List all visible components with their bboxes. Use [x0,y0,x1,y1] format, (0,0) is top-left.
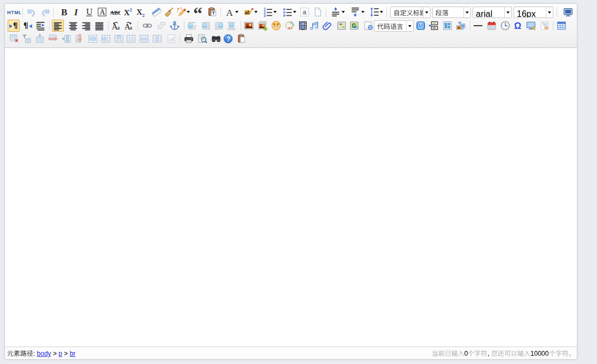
svg-text:a: a [117,24,120,31]
svg-text:B: B [61,7,67,17]
svg-text:a: a [130,24,133,31]
svg-text:Ω: Ω [514,21,521,31]
svg-text:U: U [86,7,93,16]
svg-text:I: I [74,7,79,17]
svg-text:HTML: HTML [7,10,21,15]
svg-text:A: A [226,8,234,18]
svg-text:2: 2 [130,7,133,13]
svg-text:?: ? [226,35,230,43]
svg-text:A: A [100,8,106,16]
svg-text:a: a [303,9,307,15]
svg-text:“: “ [194,7,202,17]
svg-text:G: G [352,23,356,29]
svg-text:X: X [136,8,142,16]
svg-text:3: 3 [264,14,266,17]
svg-text:X: X [124,8,130,17]
svg-text:2: 2 [142,13,145,18]
